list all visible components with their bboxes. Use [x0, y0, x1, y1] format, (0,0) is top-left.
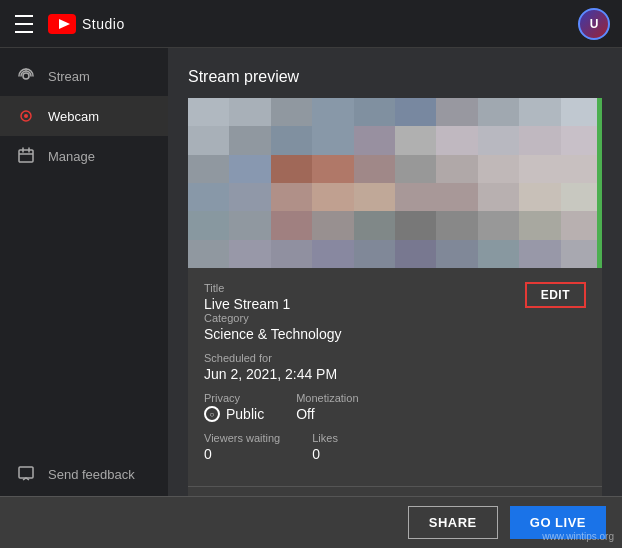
title-label: Title [204, 282, 290, 294]
logo: Studio [48, 14, 125, 34]
likes-label: Likes [312, 432, 338, 444]
sidebar-item-webcam[interactable]: Webcam [0, 96, 168, 136]
go-live-button[interactable]: GO LIVE [510, 506, 606, 539]
webcam-icon [16, 106, 36, 126]
share-button[interactable]: SHARE [408, 506, 498, 539]
content-area: Stream preview Title Live Stream 1 EDIT … [168, 48, 622, 496]
studio-label: Studio [82, 16, 125, 32]
sidebar-item-stream[interactable]: Stream [0, 56, 168, 96]
category-label: Category [204, 312, 586, 324]
sidebar-item-manage-label: Manage [48, 149, 95, 164]
stream-info-card: Title Live Stream 1 EDIT Category Scienc… [188, 268, 602, 486]
sidebar-item-stream-label: Stream [48, 69, 90, 84]
svg-rect-5 [19, 150, 33, 162]
svg-point-2 [23, 73, 29, 79]
monetization-value: Off [296, 406, 358, 422]
sidebar: Stream Webcam Manage [0, 48, 168, 496]
send-feedback-label: Send feedback [48, 467, 135, 482]
privacy-label: Privacy [204, 392, 264, 404]
monetization-label: Monetization [296, 392, 358, 404]
sidebar-item-webcam-label: Webcam [48, 109, 99, 124]
viewers-col: Viewers waiting 0 [204, 432, 280, 462]
stream-preview-title: Stream preview [188, 68, 602, 86]
monetization-col: Monetization Off [296, 392, 358, 422]
main-layout: Stream Webcam Manage [0, 48, 622, 496]
svg-rect-9 [19, 467, 33, 478]
viewers-likes-row: Viewers waiting 0 Likes 0 [204, 432, 586, 462]
likes-value: 0 [312, 446, 338, 462]
manage-icon [16, 146, 36, 166]
scheduled-row: Scheduled for Jun 2, 2021, 2:44 PM [204, 352, 586, 382]
likes-col: Likes 0 [312, 432, 338, 462]
scheduled-value: Jun 2, 2021, 2:44 PM [204, 366, 586, 382]
action-bar: SHARE GO LIVE www.wintips.org [0, 496, 622, 548]
youtube-icon [48, 14, 76, 34]
stream-icon [16, 66, 36, 86]
edit-button[interactable]: EDIT [525, 282, 586, 308]
title-row: Title Live Stream 1 EDIT [204, 282, 586, 312]
privacy-monetization-row: Privacy ○ Public Monetization Off [204, 392, 586, 422]
sidebar-item-manage[interactable]: Manage [0, 136, 168, 176]
feedback-icon [16, 464, 36, 484]
scheduled-label: Scheduled for [204, 352, 586, 364]
privacy-value: Public [226, 406, 264, 422]
menu-icon[interactable] [12, 12, 36, 36]
stream-preview-image [188, 98, 602, 268]
privacy-value-row: ○ Public [204, 406, 264, 422]
viewers-value: 0 [204, 446, 280, 462]
avatar[interactable]: U [578, 8, 610, 40]
topbar: Studio U [0, 0, 622, 48]
category-row: Category Science & Technology [204, 312, 586, 342]
public-icon: ○ [204, 406, 220, 422]
webcam-device-row[interactable]: Logitech HD Webcam C615 (046d:082c) ▼ [188, 486, 602, 496]
category-value: Science & Technology [204, 326, 586, 342]
title-value: Live Stream 1 [204, 296, 290, 312]
privacy-col: Privacy ○ Public [204, 392, 264, 422]
svg-point-4 [24, 114, 28, 118]
viewers-label: Viewers waiting [204, 432, 280, 444]
send-feedback-item[interactable]: Send feedback [0, 452, 168, 496]
